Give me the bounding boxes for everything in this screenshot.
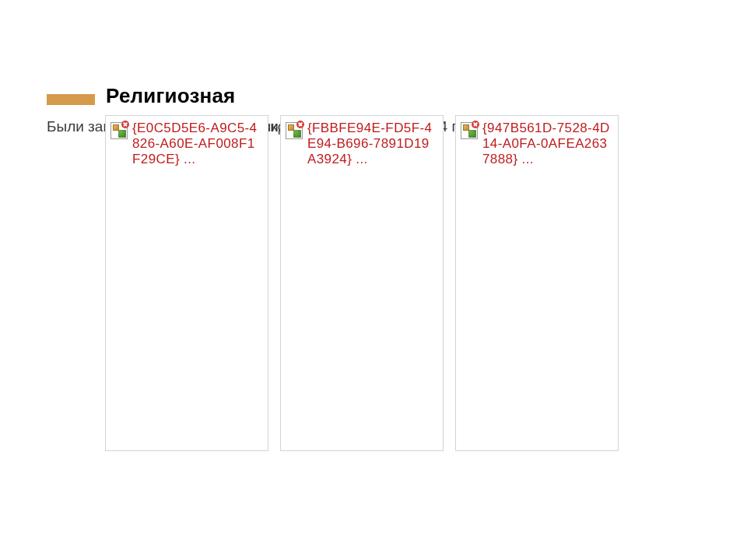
slide-title-block: Религиозная xyxy=(47,84,235,108)
placeholder-guid-label: {947B561D-7528-4D14-A0FA-0AFEA2637888} .… xyxy=(482,121,613,167)
image-placeholder: {FBBFE94E-FD5F-4E94-B696-7891D19A3924} .… xyxy=(280,115,444,451)
missing-image-icon xyxy=(286,122,303,139)
title-accent-bar xyxy=(47,94,95,105)
placeholder-guid-label: {E0C5D5E6-A9C5-4826-A60E-AF008F1F29CE} .… xyxy=(132,121,263,167)
image-placeholder: {E0C5D5E6-A9C5-4826-A60E-AF008F1F29CE} .… xyxy=(105,115,268,451)
placeholder-guid-label: {FBBFE94E-FD5F-4E94-B696-7891D19A3924} .… xyxy=(307,121,438,167)
missing-image-icon xyxy=(461,122,478,139)
slide-title: Религиозная xyxy=(106,84,235,108)
image-placeholder: {947B561D-7528-4D14-A0FA-0AFEA2637888} .… xyxy=(455,115,619,451)
missing-image-icon xyxy=(110,122,128,139)
image-placeholder-row: {E0C5D5E6-A9C5-4826-A60E-AF008F1F29CE} .… xyxy=(105,115,619,451)
